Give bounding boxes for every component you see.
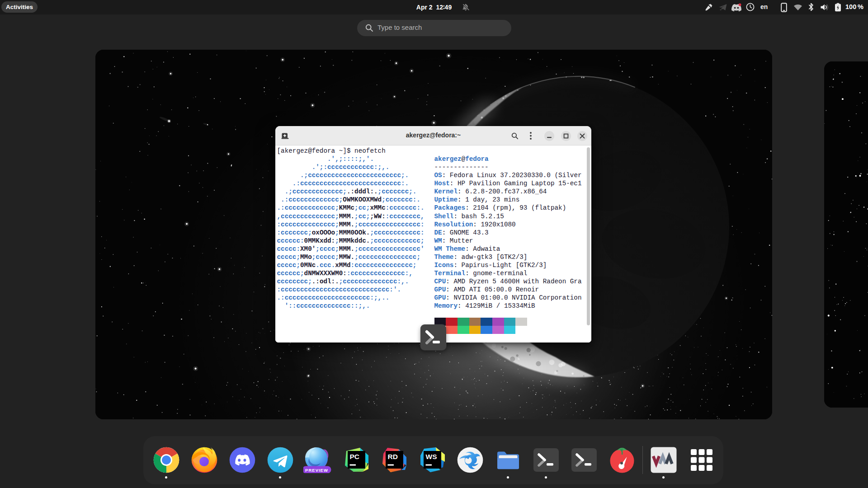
svg-text:RD: RD <box>387 453 397 460</box>
svg-text:PC: PC <box>349 453 359 460</box>
svg-text:WS: WS <box>425 453 437 460</box>
svg-text:PREVIEW: PREVIEW <box>305 468 328 473</box>
